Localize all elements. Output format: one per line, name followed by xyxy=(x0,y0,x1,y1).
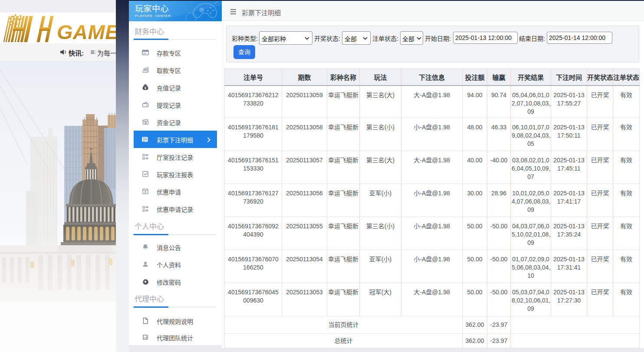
svg-text:GAME: GAME xyxy=(57,20,116,43)
